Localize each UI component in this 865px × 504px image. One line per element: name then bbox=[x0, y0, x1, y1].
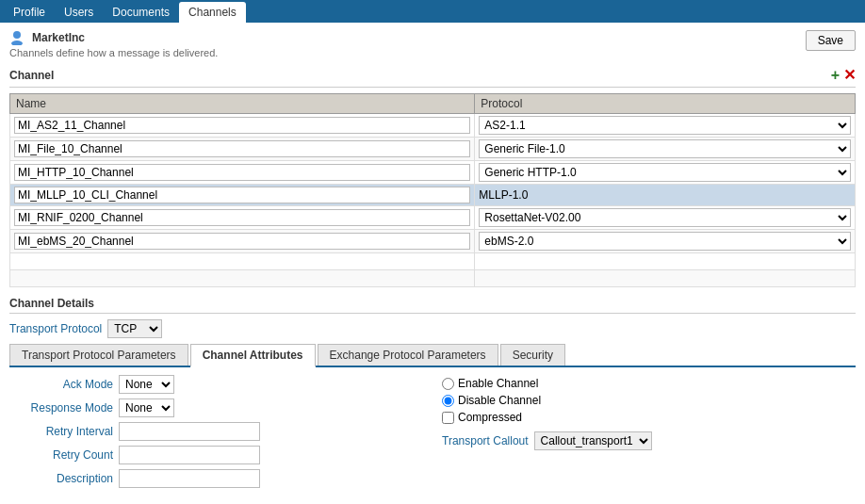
retry-count-input[interactable] bbox=[119, 446, 260, 464]
top-navigation: Profile Users Documents Channels bbox=[0, 0, 865, 23]
channel-protocol-cell: Generic File-1.0 bbox=[475, 138, 856, 161]
header-left: MarketInc Channels define how a message … bbox=[9, 30, 218, 58]
enable-channel-label: Enable Channel bbox=[458, 377, 538, 390]
transport-protocol-label: Transport Protocol bbox=[9, 322, 102, 335]
tab-transport-params[interactable]: Transport Protocol Parameters bbox=[9, 344, 188, 366]
compressed-checkbox[interactable] bbox=[442, 412, 454, 424]
table-row[interactable]: ebMS-2.0 bbox=[10, 230, 856, 253]
tab-exchange-params[interactable]: Exchange Protocol Parameters bbox=[318, 344, 498, 366]
compressed-row: Compressed bbox=[442, 411, 856, 424]
channel-protocol-select[interactable]: AS2-1.1 bbox=[479, 116, 851, 135]
description-row: Description bbox=[9, 469, 423, 488]
table-row[interactable]: Generic HTTP-1.0 bbox=[10, 161, 856, 185]
main-content: MarketInc Channels define how a message … bbox=[0, 23, 865, 500]
channel-protocol-cell: AS2-1.1 bbox=[475, 114, 856, 138]
svg-point-1 bbox=[11, 41, 23, 45]
table-row[interactable]: Generic File-1.0 bbox=[10, 138, 856, 161]
disable-channel-row: Disable Channel bbox=[442, 394, 856, 407]
empty-row bbox=[10, 270, 856, 287]
col-header-protocol: Protocol bbox=[475, 94, 856, 114]
detail-tabs: Transport Protocol Parameters Channel At… bbox=[9, 344, 856, 367]
tab-security[interactable]: Security bbox=[500, 344, 565, 366]
add-channel-icon[interactable]: + bbox=[831, 68, 840, 83]
table-row[interactable]: RosettaNet-V02.00 bbox=[10, 206, 856, 230]
ack-mode-row: Ack Mode None Sync Async bbox=[9, 375, 423, 394]
channel-table: Name Protocol AS2-1.1Generic File-1.0Gen… bbox=[9, 93, 856, 287]
right-options: Enable Channel Disable Channel Compresse… bbox=[442, 375, 856, 450]
channel-protocol-value: MLLP-1.0 bbox=[479, 188, 528, 202]
tab-channel-attrs[interactable]: Channel Attributes bbox=[190, 344, 316, 367]
description-input[interactable] bbox=[119, 469, 260, 488]
attr-right: Enable Channel Disable Channel Compresse… bbox=[442, 375, 856, 493]
channel-protocol-cell: Generic HTTP-1.0 bbox=[475, 161, 856, 185]
channel-name-input[interactable] bbox=[14, 187, 470, 203]
channel-protocol-select[interactable]: Generic HTTP-1.0 bbox=[479, 163, 851, 182]
channel-section-header: Channel + ✕ bbox=[9, 64, 856, 88]
channel-protocol-cell: ebMS-2.0 bbox=[475, 230, 856, 253]
save-button[interactable]: Save bbox=[806, 30, 856, 51]
header-subtitle: Channels define how a message is deliver… bbox=[9, 47, 218, 58]
table-row[interactable]: MLLP-1.0 bbox=[10, 185, 856, 206]
channel-name-input[interactable] bbox=[14, 209, 470, 226]
tab-users[interactable]: Users bbox=[55, 2, 103, 23]
transport-protocol-row: Transport Protocol TCP UDP HTTP bbox=[9, 319, 856, 338]
channel-protocol-cell: MLLP-1.0 bbox=[475, 185, 856, 206]
retry-count-label: Retry Count bbox=[9, 448, 113, 462]
transport-callout-label: Transport Callout bbox=[442, 434, 529, 447]
channel-protocol-select[interactable]: Generic File-1.0 bbox=[479, 139, 851, 158]
response-mode-label: Response Mode bbox=[9, 401, 113, 415]
channel-name-cell bbox=[10, 114, 475, 138]
section-icons: + ✕ bbox=[831, 68, 856, 83]
channel-attributes-form: Ack Mode None Sync Async Response Mode N… bbox=[9, 375, 856, 493]
channel-protocol-select[interactable]: ebMS-2.0 bbox=[479, 232, 851, 251]
disable-channel-label: Disable Channel bbox=[458, 394, 541, 407]
empty-row bbox=[10, 253, 856, 270]
retry-interval-input[interactable] bbox=[119, 422, 260, 441]
user-icon bbox=[9, 30, 24, 45]
transport-callout-select[interactable]: Callout_transport1 Callout_transport2 bbox=[534, 431, 652, 450]
channel-protocol-select[interactable]: RosettaNet-V02.00 bbox=[479, 208, 851, 227]
retry-count-row: Retry Count bbox=[9, 446, 423, 464]
col-header-name: Name bbox=[10, 94, 475, 114]
tab-profile[interactable]: Profile bbox=[4, 2, 55, 23]
transport-callout-row: Transport Callout Callout_transport1 Cal… bbox=[442, 431, 856, 450]
channel-name-input[interactable] bbox=[14, 233, 470, 250]
disable-channel-radio[interactable] bbox=[442, 395, 454, 407]
company-title: MarketInc bbox=[9, 30, 218, 45]
response-mode-row: Response Mode None Sync Async bbox=[9, 398, 423, 417]
channel-protocol-cell: RosettaNet-V02.00 bbox=[475, 206, 856, 230]
channel-name-cell bbox=[10, 230, 475, 253]
channel-name-cell bbox=[10, 206, 475, 230]
description-label: Description bbox=[9, 472, 113, 485]
header-section: MarketInc Channels define how a message … bbox=[9, 30, 856, 58]
ack-mode-select[interactable]: None Sync Async bbox=[119, 375, 174, 394]
retry-interval-label: Retry Interval bbox=[9, 425, 113, 438]
enable-channel-row: Enable Channel bbox=[442, 377, 856, 390]
ack-mode-label: Ack Mode bbox=[9, 378, 113, 391]
company-name: MarketInc bbox=[32, 31, 85, 44]
tab-documents[interactable]: Documents bbox=[103, 2, 179, 23]
svg-point-0 bbox=[13, 31, 21, 39]
channel-section-title: Channel bbox=[9, 69, 54, 82]
attr-left: Ack Mode None Sync Async Response Mode N… bbox=[9, 375, 423, 493]
tab-channels[interactable]: Channels bbox=[179, 2, 246, 23]
channel-name-cell bbox=[10, 138, 475, 161]
remove-channel-icon[interactable]: ✕ bbox=[843, 68, 856, 83]
channel-name-input[interactable] bbox=[14, 164, 470, 181]
enable-channel-radio[interactable] bbox=[442, 378, 454, 390]
channel-name-cell bbox=[10, 161, 475, 185]
table-row[interactable]: AS2-1.1 bbox=[10, 114, 856, 138]
channel-details-header: Channel Details bbox=[9, 297, 856, 314]
transport-protocol-select[interactable]: TCP UDP HTTP bbox=[107, 319, 162, 338]
compressed-label: Compressed bbox=[458, 411, 522, 424]
channel-name-input[interactable] bbox=[14, 140, 470, 157]
channel-name-input[interactable] bbox=[14, 117, 470, 134]
retry-interval-row: Retry Interval bbox=[9, 422, 423, 441]
response-mode-select[interactable]: None Sync Async bbox=[119, 398, 174, 417]
channel-name-cell bbox=[10, 185, 475, 206]
